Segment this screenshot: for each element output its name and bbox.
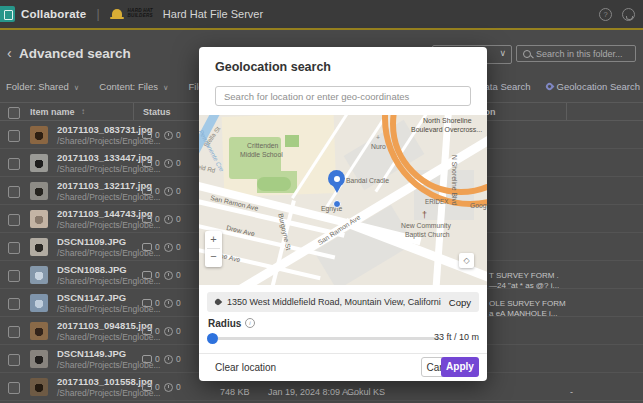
file-name: DSCN1109.JPG [57, 236, 126, 247]
map-tilt-control[interactable]: ◇ [459, 253, 474, 268]
clock-icon [164, 327, 173, 336]
row-checkbox[interactable] [8, 354, 20, 366]
app-window: Collaborate | HARD HAT BUILDERS Hard Hat… [0, 0, 643, 403]
file-thumbnail [30, 154, 48, 172]
row-checkbox[interactable] [8, 214, 20, 226]
collaborate-label[interactable]: Collaborate [21, 8, 86, 20]
top-bar: Collaborate | HARD HAT BUILDERS Hard Hat… [0, 0, 643, 28]
comment-count: 0 [142, 382, 160, 392]
row-checkbox[interactable] [8, 326, 20, 338]
chevron-down-icon: ∨ [74, 83, 80, 92]
comment-icon [142, 131, 152, 139]
map-label: Googl [470, 203, 487, 210]
address-chip: 1350 West Middlefield Road, Mountain Vie… [207, 292, 479, 312]
version-count: 0 [164, 186, 181, 196]
column-status[interactable]: Status [143, 107, 171, 117]
file-name: 20171103_094815.jpg [57, 320, 153, 331]
file-name: 20171103_144743.jpg [57, 208, 153, 219]
collaborate-app-icon[interactable] [0, 6, 15, 22]
file-owner: Gokul KS [347, 387, 385, 397]
comment-icon [142, 383, 152, 391]
row-checkbox[interactable] [8, 158, 20, 170]
version-count: 0 [164, 382, 181, 392]
column-item-name[interactable]: Item name [30, 107, 75, 117]
clear-location-button[interactable]: Clear location [215, 362, 276, 373]
file-thumbnail [30, 266, 48, 284]
search-icon [523, 50, 531, 58]
info-icon[interactable]: i [245, 318, 255, 328]
pin-icon [214, 298, 222, 306]
folder-search-placeholder: Search in this folder... [536, 49, 623, 59]
folder-search-input[interactable]: Search in this folder... [516, 45, 636, 62]
map-label: Baptist Church [405, 232, 450, 239]
column-divider [133, 103, 134, 120]
comment-count: 0 [142, 242, 160, 252]
row-checkbox[interactable] [8, 298, 20, 310]
version-count: 0 [164, 354, 181, 364]
location-dot-icon [333, 200, 341, 208]
map-label: Middle School [240, 152, 283, 159]
file-extra: - [570, 387, 573, 397]
filter-folder[interactable]: Folder: Shared∨ [6, 81, 79, 92]
sort-icon[interactable]: ↕ [81, 107, 85, 116]
clock-icon [164, 159, 173, 168]
version-count: 0 [164, 298, 181, 308]
map-label: N Shoreline Blvd [450, 155, 457, 206]
radius-label: Radius [208, 318, 241, 329]
filter-content[interactable]: Content: Files∨ [99, 81, 168, 92]
copy-button[interactable]: Copy [449, 297, 471, 308]
comment-count: 0 [142, 214, 160, 224]
chevron-down-icon: ∨ [499, 48, 506, 58]
version-count: 0 [164, 130, 181, 140]
comment-icon [142, 159, 152, 167]
file-name: 20171103_133447.jpg [57, 152, 153, 163]
comment-count: 0 [142, 270, 160, 280]
comment-count: 0 [142, 354, 160, 364]
support-headset-icon[interactable] [622, 8, 635, 21]
map-green-field [257, 177, 291, 191]
back-chevron-icon[interactable]: ‹ [7, 45, 12, 61]
file-thumbnail [30, 210, 48, 228]
file-thumbnail [30, 350, 48, 368]
map-label: North Shoreline [423, 117, 472, 124]
row-checkbox[interactable] [8, 130, 20, 142]
version-count: 0 [164, 326, 181, 336]
apply-button[interactable]: Apply [441, 357, 479, 377]
clock-icon [164, 299, 173, 308]
clock-icon [164, 131, 173, 140]
geolocation-search-link[interactable]: Geolocation Search [546, 81, 640, 92]
page-title: Advanced search [19, 46, 131, 61]
file-name: 20171103_101558.jpg [57, 376, 153, 387]
filter-content-label: Content: Files [99, 81, 158, 92]
location-pin-icon[interactable] [328, 170, 345, 187]
radius-slider[interactable] [208, 337, 440, 340]
file-name: DSCN1088.JPG [57, 264, 127, 275]
map[interactable]: North ShorelineBoulevard Overcross...Cri… [199, 115, 487, 285]
file-name: 20171103_132117.jpg [57, 180, 152, 191]
slider-thumb[interactable] [207, 333, 218, 344]
hardhat-logo-icon [110, 9, 124, 20]
geolocation-search-modal: Geolocation search North Shor [199, 47, 487, 381]
help-icon[interactable]: ? [599, 8, 612, 21]
column-divider [566, 103, 567, 120]
row-checkbox[interactable] [8, 186, 20, 198]
zoom-out-button[interactable]: − [205, 248, 222, 265]
map-label: New Community [401, 223, 451, 230]
location-search-input[interactable] [215, 86, 471, 106]
row-checkbox[interactable] [8, 382, 20, 394]
map-label: † [422, 211, 427, 220]
comment-icon [142, 215, 152, 223]
chevron-down-icon: ∨ [163, 83, 169, 92]
map-zoom-control: + − [205, 231, 222, 267]
row-checkbox[interactable] [8, 242, 20, 254]
file-thumbnail [30, 322, 48, 340]
comment-count: 0 [142, 298, 160, 308]
file-thumbnail [30, 126, 48, 144]
row-checkbox[interactable] [8, 270, 20, 282]
file-date: Jan 19, 2024 8:09 A... [268, 387, 356, 397]
clock-icon [164, 271, 173, 280]
map-label: Nuro [371, 144, 386, 151]
zoom-in-button[interactable]: + [205, 231, 222, 248]
select-all-checkbox[interactable] [8, 107, 20, 119]
description-text: T SURVEY FORM . [489, 271, 559, 280]
